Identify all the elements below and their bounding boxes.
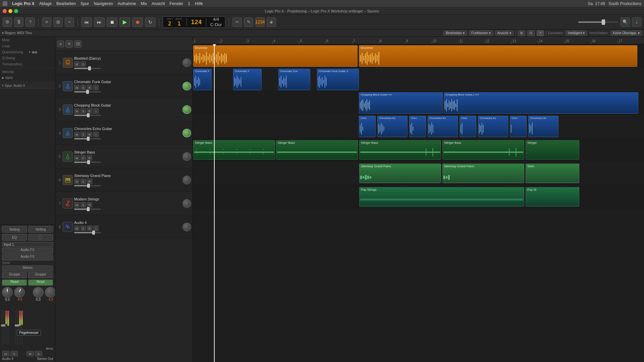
track1-mute[interactable]: M bbox=[74, 61, 79, 67]
edit-dropdown[interactable]: Bearbeiten ▾ bbox=[443, 31, 467, 36]
track5-vol-knob[interactable] bbox=[182, 152, 191, 161]
track3-rec[interactable]: R bbox=[87, 108, 92, 114]
arrange-clip[interactable]: Stinger Bass bbox=[276, 140, 358, 160]
fader2-thumb[interactable] bbox=[15, 324, 19, 326]
menu-app[interactable]: Logic Pro X bbox=[12, 1, 35, 6]
vol-knob2[interactable] bbox=[14, 287, 25, 298]
region-arrow[interactable]: ▾ bbox=[2, 31, 4, 35]
mode-btn3[interactable]: 1234 bbox=[255, 17, 265, 27]
record-btn[interactable]: ⏺ bbox=[132, 17, 143, 27]
menu-hilfe[interactable]: Hilfe bbox=[195, 1, 203, 6]
track2-rec[interactable]: R bbox=[87, 85, 92, 90]
track8-vol-knob[interactable] bbox=[182, 223, 191, 231]
track2-input[interactable]: I bbox=[93, 85, 99, 90]
fader1-thumb[interactable] bbox=[1, 324, 6, 326]
track8-mute[interactable]: M bbox=[74, 226, 79, 231]
vol-knob3[interactable] bbox=[33, 287, 44, 298]
minimize-button[interactable] bbox=[8, 9, 12, 13]
arrange-clip[interactable]: Chronicles Ec bbox=[428, 116, 458, 137]
arrange-clip[interactable]: Stinger bbox=[526, 140, 579, 160]
bounce-btn[interactable]: Bnce bbox=[46, 347, 53, 350]
arrange-clip[interactable]: Drummer bbox=[359, 45, 637, 67]
track2-fader[interactable] bbox=[74, 91, 101, 93]
track4-mute[interactable]: M bbox=[74, 132, 79, 137]
arrange-clip[interactable]: Chromatic F bbox=[233, 69, 262, 90]
track5-fader[interactable] bbox=[74, 162, 101, 163]
arrange-clip[interactable]: Stinger Bass bbox=[193, 140, 275, 160]
cycle-btn[interactable]: ↻ bbox=[145, 17, 156, 27]
track5-solo[interactable]: S bbox=[80, 155, 86, 161]
menu-navigieren[interactable]: Navigieren bbox=[94, 1, 113, 6]
move-dropdown[interactable]: Keine Überlapp. ▾ bbox=[610, 31, 642, 36]
track3-fader-thumb[interactable] bbox=[87, 113, 90, 117]
menu-bearbeiten[interactable]: Bearbeiten bbox=[56, 1, 76, 6]
setting-btn1[interactable]: Setting bbox=[2, 226, 27, 233]
rewind-btn[interactable]: ⏮ bbox=[81, 17, 92, 27]
track7-mute[interactable]: M bbox=[74, 202, 79, 207]
menu-aufnahme[interactable]: Aufnahme bbox=[118, 1, 136, 6]
track6-rec[interactable]: R bbox=[87, 179, 92, 184]
track4-rec[interactable]: R bbox=[87, 132, 92, 137]
track4-fader[interactable] bbox=[74, 138, 101, 139]
track7-vol-knob[interactable] bbox=[182, 199, 191, 208]
cursor-btn[interactable]: ↗ bbox=[537, 30, 544, 36]
audio-fx-btn[interactable]: Audio FX bbox=[2, 248, 53, 254]
track4-input[interactable]: I bbox=[93, 132, 99, 137]
arrange-clip[interactable]: Chopping Block Guitar ∞∞ bbox=[359, 92, 443, 114]
mode-btn4[interactable]: ◈ bbox=[267, 17, 276, 27]
track8-solo[interactable]: S bbox=[80, 226, 86, 231]
menu-fenster[interactable]: Fenster bbox=[170, 1, 183, 6]
fader1-track[interactable] bbox=[2, 311, 4, 344]
arrange-clip[interactable]: Drummer bbox=[193, 45, 358, 67]
track2-fader-thumb[interactable] bbox=[86, 90, 89, 94]
track8-rec[interactable]: R bbox=[87, 226, 92, 231]
track7-fader-thumb[interactable] bbox=[87, 207, 90, 211]
arrange-clip[interactable]: Chro bbox=[460, 116, 476, 137]
track2-vol-knob[interactable] bbox=[182, 82, 191, 90]
track2-mute[interactable]: M bbox=[74, 85, 79, 90]
mixer-btn[interactable]: ≈ bbox=[65, 17, 74, 27]
quantisierung-arrow[interactable]: ▾ bbox=[29, 50, 31, 54]
audio-fx-btn2[interactable]: Audio FX bbox=[2, 254, 53, 260]
fader2-track[interactable] bbox=[16, 311, 18, 344]
smartcontrols-btn[interactable]: 🎛 bbox=[14, 17, 23, 27]
track1-fader[interactable] bbox=[74, 68, 101, 69]
track5-rec[interactable]: R bbox=[87, 155, 92, 161]
read-btn1[interactable]: Read bbox=[2, 280, 27, 286]
arrange-btn[interactable]: ⊞ bbox=[518, 30, 525, 36]
track8-fader-thumb[interactable] bbox=[92, 231, 95, 235]
mode-btn1[interactable]: ✂ bbox=[232, 17, 242, 27]
arrange-clip[interactable]: Steinway Grand Piano bbox=[359, 164, 441, 183]
arrange-clip[interactable]: Chromatic F bbox=[193, 69, 212, 90]
arrange-clip[interactable]: Stinger Bass bbox=[359, 140, 441, 160]
track6-solo[interactable]: S bbox=[80, 179, 86, 184]
track3-mute[interactable]: M bbox=[74, 108, 79, 114]
midi-btn[interactable]: ⊟ bbox=[527, 30, 535, 36]
gruppe-btn2[interactable]: Gruppe bbox=[28, 272, 53, 278]
audio4-mute-btn[interactable]: M bbox=[2, 351, 9, 356]
track6-fader-thumb[interactable] bbox=[87, 184, 90, 188]
menu-ablage[interactable]: Ablage bbox=[39, 1, 52, 6]
arrange-clip[interactable]: Chro bbox=[359, 116, 376, 137]
setting-btn2[interactable]: Setting bbox=[28, 226, 53, 233]
help-btn[interactable]: ? bbox=[25, 17, 35, 27]
global-tracks-btn[interactable]: ⊟ bbox=[74, 40, 82, 48]
track4-fader-thumb[interactable] bbox=[87, 137, 90, 141]
fastforward-btn[interactable]: ⏭ bbox=[94, 17, 105, 27]
inspector-btn[interactable]: ≡ bbox=[42, 17, 51, 27]
bpm-value[interactable]: 124 bbox=[191, 18, 202, 25]
track3-vol-knob[interactable] bbox=[182, 105, 191, 114]
track7-solo[interactable]: S bbox=[80, 202, 86, 207]
master-volume-slider[interactable] bbox=[578, 21, 619, 23]
mode-btn2[interactable]: ✎ bbox=[244, 17, 253, 27]
arrange-clip[interactable]: Stein bbox=[526, 164, 579, 183]
track6-vol-knob[interactable] bbox=[182, 176, 191, 184]
play-btn[interactable]: ▶ bbox=[119, 17, 130, 27]
track6-fader[interactable] bbox=[74, 185, 101, 186]
arrange-clip[interactable]: Pop St bbox=[526, 187, 579, 206]
vol-knob1[interactable] bbox=[2, 287, 13, 298]
track5-fader-thumb[interactable] bbox=[87, 160, 90, 164]
track1-vol-knob[interactable] bbox=[182, 58, 191, 67]
track7-rec[interactable]: R bbox=[87, 202, 92, 207]
read-btn2[interactable]: Read bbox=[28, 280, 53, 286]
